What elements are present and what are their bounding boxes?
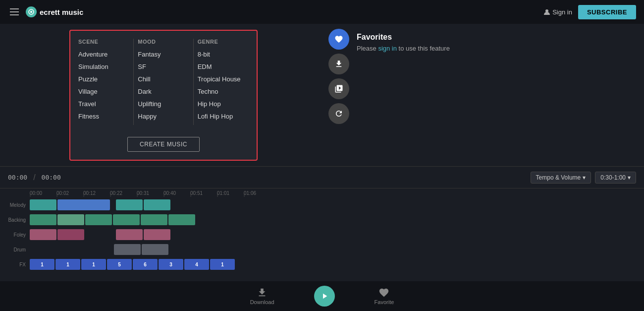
- backing-block-5[interactable]: [141, 214, 167, 225]
- track-row-melody: Melody: [0, 198, 644, 212]
- mood-chill[interactable]: Chill: [138, 75, 185, 83]
- backing-block-3[interactable]: [85, 214, 112, 225]
- melody-block-3[interactable]: [116, 199, 143, 210]
- fx-block-8[interactable]: 1: [210, 259, 235, 270]
- dropdown-panel: SCENE Adventure Simulation Puzzle Villag…: [69, 30, 258, 161]
- foley-block-4[interactable]: [144, 229, 170, 240]
- refresh-action-button[interactable]: [328, 103, 349, 124]
- foley-block-1[interactable]: [30, 229, 56, 240]
- scene-village[interactable]: Village: [78, 88, 125, 95]
- mood-sf[interactable]: SF: [138, 63, 185, 70]
- genre-8bit[interactable]: 8-bit: [198, 51, 245, 58]
- foley-gap: [85, 229, 115, 240]
- scene-fitness[interactable]: Fitness: [78, 113, 125, 120]
- play-button-footer[interactable]: [314, 286, 335, 307]
- track-label-backing: Backing: [0, 217, 30, 223]
- drum-block-2[interactable]: [142, 244, 168, 255]
- sign-in-link[interactable]: Sign in: [543, 8, 572, 16]
- melody-block-2[interactable]: [57, 199, 110, 210]
- melody-block-1[interactable]: [30, 199, 56, 210]
- fx-block-4[interactable]: 5: [107, 259, 132, 270]
- logo-text: ecrett music: [40, 8, 83, 16]
- favorites-title: Favorites: [357, 33, 634, 42]
- time-total: 00:00: [42, 174, 61, 181]
- header-left: ecrett music: [8, 6, 83, 17]
- track-blocks-drum: [30, 244, 168, 255]
- scene-travel[interactable]: Travel: [78, 100, 125, 108]
- backing-block-1[interactable]: [30, 214, 56, 225]
- melody-block-4[interactable]: [144, 199, 170, 210]
- track-blocks-backing: [30, 214, 195, 225]
- drum-block-1[interactable]: [114, 244, 141, 255]
- favorites-subtitle-before: Please: [357, 45, 378, 52]
- duration-label: 0:30-1:00: [600, 174, 626, 181]
- track-row-foley: Foley: [0, 228, 644, 242]
- ruler-mark-1: 00:02: [56, 190, 83, 196]
- fx-block-6[interactable]: 3: [159, 259, 183, 270]
- sign-in-label: Sign in: [552, 8, 572, 16]
- timeline-ruler: 00:00 00:02 00:12 00:22 00:31 00:40 00:5…: [0, 190, 644, 196]
- divider-2: [193, 39, 194, 125]
- header: ecrett music Sign in SUBSCRIBE: [0, 0, 644, 24]
- scene-adventure[interactable]: Adventure: [78, 51, 125, 58]
- timeline-area: 00:00 00:02 00:12 00:22 00:31 00:40 00:5…: [0, 188, 644, 271]
- scene-header: SCENE: [78, 39, 125, 45]
- heart-action-button[interactable]: [328, 29, 349, 50]
- time-separator: /: [33, 173, 35, 182]
- genre-hiphop[interactable]: Hip Hop: [198, 100, 245, 108]
- time-current: 00:00: [8, 174, 27, 181]
- tempo-volume-button[interactable]: Tempo & Volume ▾: [531, 172, 591, 184]
- footer-download-label: Download: [250, 299, 274, 305]
- fx-block-1[interactable]: 1: [30, 259, 54, 270]
- genre-edm[interactable]: EDM: [198, 63, 245, 70]
- scene-column: SCENE Adventure Simulation Puzzle Villag…: [78, 39, 129, 125]
- mood-uplifting[interactable]: Uplifting: [138, 100, 185, 108]
- ruler-mark-0: 00:00: [30, 190, 56, 196]
- track-row-backing: Backing: [0, 213, 644, 227]
- duration-chevron-icon: ▾: [628, 174, 631, 181]
- video-action-button[interactable]: [328, 78, 349, 99]
- foley-block-3[interactable]: [116, 229, 143, 240]
- scene-puzzle[interactable]: Puzzle: [78, 75, 125, 83]
- footer-favorite-label: Favorite: [375, 299, 394, 305]
- dropdown-columns: SCENE Adventure Simulation Puzzle Villag…: [78, 39, 249, 125]
- fx-block-2[interactable]: 1: [55, 259, 80, 270]
- time-controls: 00:00 / 00:00 Tempo & Volume ▾ 0:30-1:00…: [0, 167, 644, 188]
- track-blocks-foley: [30, 229, 170, 240]
- foley-block-2[interactable]: [57, 229, 84, 240]
- genre-lofi[interactable]: Lofi Hip Hop: [198, 113, 245, 120]
- favorites-sign-in-link[interactable]: sign in: [378, 45, 397, 52]
- footer-download[interactable]: Download: [250, 287, 274, 305]
- create-music-button[interactable]: CREATE MUSIC: [127, 137, 200, 152]
- mood-dark[interactable]: Dark: [138, 88, 185, 95]
- logo-icon: [26, 6, 37, 17]
- divider-1: [133, 39, 134, 125]
- fx-block-7[interactable]: 4: [184, 259, 209, 270]
- fx-block-3[interactable]: 1: [81, 259, 106, 270]
- subscribe-button[interactable]: SUBSCRIBE: [578, 5, 636, 19]
- footer-player: Download Favorite: [0, 281, 644, 311]
- tempo-chevron-icon: ▾: [583, 174, 586, 181]
- backing-block-4[interactable]: [113, 214, 140, 225]
- download-action-button[interactable]: [328, 54, 349, 74]
- drum-gap: [30, 244, 113, 255]
- footer-favorite[interactable]: Favorite: [375, 287, 394, 305]
- hamburger-menu[interactable]: [8, 6, 21, 17]
- mood-happy[interactable]: Happy: [138, 113, 185, 120]
- backing-block-6[interactable]: [168, 214, 195, 225]
- mood-fantasy[interactable]: Fantasy: [138, 51, 185, 58]
- genre-tropical[interactable]: Tropical House: [198, 75, 245, 83]
- ruler-mark-8: 01:06: [244, 190, 270, 196]
- player-timeline: 00:00 / 00:00 Tempo & Volume ▾ 0:30-1:00…: [0, 166, 644, 280]
- scene-simulation[interactable]: Simulation: [78, 63, 125, 70]
- ruler-mark-4: 00:31: [137, 190, 163, 196]
- genre-techno[interactable]: Techno: [198, 88, 245, 95]
- track-blocks-fx: 1 1 1 5 6 3 4 1: [30, 259, 235, 270]
- melody-gap: [111, 199, 115, 210]
- genre-header: GENRE: [198, 39, 245, 45]
- backing-block-2[interactable]: [57, 214, 84, 225]
- genre-column: GENRE 8-bit EDM Tropical House Techno Hi…: [198, 39, 249, 125]
- track-label-drum: Drum: [0, 247, 30, 252]
- fx-block-5[interactable]: 6: [133, 259, 158, 270]
- duration-button[interactable]: 0:30-1:00 ▾: [595, 172, 636, 184]
